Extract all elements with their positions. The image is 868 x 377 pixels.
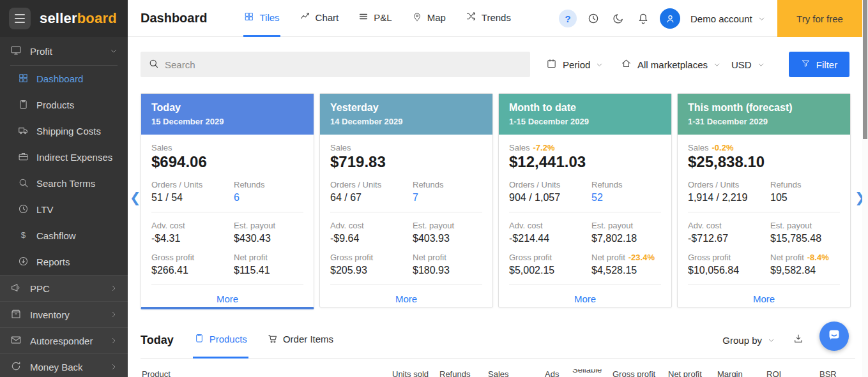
refunds-value[interactable]: 52 <box>591 192 661 203</box>
marketplaces-label: All marketplaces <box>637 59 708 70</box>
sales-label: Sales-7.2% <box>509 143 661 152</box>
card-divider <box>151 285 303 285</box>
sidebar-item-indirect-expenses[interactable]: Indirect Expenses <box>0 144 128 170</box>
col-sales[interactable]: Sales <box>488 369 509 377</box>
col-sellable[interactable]: Sellable <box>572 369 602 374</box>
tab-label: Products <box>209 334 247 344</box>
map-pin-icon <box>412 11 422 24</box>
chevron-down-icon <box>768 335 775 346</box>
tab-trends[interactable]: Trends <box>465 0 512 37</box>
chevron-right-icon <box>110 283 118 294</box>
chevron-right-icon <box>110 309 118 320</box>
adv-cost-value: -$9.64 <box>330 233 413 244</box>
card-divider <box>509 212 661 212</box>
sidebar-item-search-terms[interactable]: Search Terms <box>0 170 128 196</box>
tab-order-items[interactable]: Order Items <box>266 322 335 359</box>
clock-icon <box>18 203 29 216</box>
col-units-sold[interactable]: Units sold <box>392 369 429 377</box>
card-divider <box>688 285 840 285</box>
est-payout-label: Est. payout <box>770 221 840 230</box>
sidebar-item-shipping-costs[interactable]: Shipping Costs <box>0 118 128 144</box>
sidebar-item-label: Indirect Expenses <box>36 152 112 163</box>
clipboard-icon <box>194 333 204 345</box>
chat-bubble-icon <box>826 327 842 345</box>
monitor-icon <box>10 45 22 58</box>
history-clock-icon[interactable] <box>585 10 602 27</box>
carousel-left-chevron[interactable]: ❮ <box>130 190 141 205</box>
more-link[interactable]: More <box>330 293 482 306</box>
col-net-profit[interactable]: Net profit <box>668 369 702 377</box>
sidebar-item-money-back[interactable]: Money Back <box>0 353 128 377</box>
tab-chart[interactable]: Chart <box>299 0 340 37</box>
refunds-label: Refunds <box>770 180 840 189</box>
sidebar-item-cashflow[interactable]: $ Cashflow <box>0 223 128 249</box>
col-ads[interactable]: Ads <box>545 369 559 377</box>
summary-cards: Today 15 December 2029 Sales $694.06 Ord… <box>141 93 851 309</box>
orders-units-value: 51 / 54 <box>151 192 234 203</box>
group-by-dropdown[interactable]: Group by <box>722 335 775 346</box>
col-roi[interactable]: ROI <box>766 369 781 377</box>
account-menu[interactable]: Demo account <box>690 13 765 24</box>
filter-button[interactable]: Filter <box>789 52 849 77</box>
sidebar-item-label: Products <box>36 100 74 110</box>
tab-pnl[interactable]: P&L <box>358 0 392 37</box>
svg-text:$: $ <box>21 230 26 239</box>
sidebar-item-dashboard[interactable]: Dashboard <box>0 66 128 92</box>
chat-widget-button[interactable] <box>819 322 849 351</box>
group-by-label: Group by <box>722 335 762 346</box>
user-avatar-icon[interactable] <box>660 8 680 29</box>
megaphone-icon <box>10 282 22 295</box>
sidebar-item-ppc[interactable]: PPC <box>0 275 128 301</box>
card-this-month-forecast: This month (forecast) 1-31 December 2029… <box>677 93 851 307</box>
col-margin[interactable]: Margin <box>717 369 743 377</box>
gross-profit-label: Gross profit <box>151 253 234 262</box>
tab-tiles[interactable]: Tiles <box>243 0 280 37</box>
refunds-value[interactable]: 7 <box>413 192 482 203</box>
col-bsr[interactable]: BSR <box>819 369 837 377</box>
calendar-icon <box>546 58 557 71</box>
card-body: Sales-7.2% $12,441.03 Orders / Units 904… <box>499 135 671 312</box>
tab-label: Order Items <box>283 334 333 344</box>
refunds-value[interactable]: 6 <box>234 192 303 203</box>
currency-label: USD <box>731 59 752 70</box>
dark-mode-moon-icon[interactable] <box>610 10 627 27</box>
col-refunds[interactable]: Refunds <box>439 369 470 377</box>
search-input[interactable] <box>165 59 522 70</box>
hamburger-menu-button[interactable] <box>9 8 31 29</box>
more-link[interactable]: More <box>509 293 661 306</box>
sidebar-item-profit[interactable]: Profit <box>0 37 128 65</box>
page-scrollbar[interactable] <box>862 0 868 377</box>
tab-map[interactable]: Map <box>411 0 446 37</box>
col-gross-profit[interactable]: Gross profit <box>613 369 655 377</box>
adv-cost-value: -$214.44 <box>509 233 591 244</box>
refunds-label: Refunds <box>234 180 303 189</box>
orders-units-value: 1,914 / 2,219 <box>688 192 770 203</box>
download-icon[interactable] <box>793 333 804 347</box>
sidebar-item-autoresponder[interactable]: Autoresponder <box>0 327 128 353</box>
filter-label: Filter <box>816 59 837 70</box>
tab-products[interactable]: Products <box>193 322 248 359</box>
sidebar-item-inventory[interactable]: Inventory <box>0 301 128 327</box>
sidebar-item-reports[interactable]: Reports <box>0 249 128 275</box>
period-dropdown[interactable]: Period <box>546 52 603 77</box>
more-link[interactable]: More <box>151 293 303 306</box>
line-chart-icon <box>300 11 310 24</box>
top-actions: ? Demo account <box>559 0 765 37</box>
est-payout-value: $403.93 <box>413 233 482 244</box>
chevron-down-icon <box>758 13 765 24</box>
more-link[interactable]: More <box>688 293 840 306</box>
scrollbar-thumb[interactable] <box>863 0 867 139</box>
sidebar-item-ltv[interactable]: LTV <box>0 196 128 223</box>
tab-label: Trends <box>482 12 511 23</box>
marketplaces-dropdown[interactable]: All marketplaces <box>621 52 720 77</box>
notifications-bell-icon[interactable] <box>635 10 651 27</box>
try-for-free-button[interactable]: Try for free <box>777 0 862 37</box>
col-product[interactable]: Product <box>142 369 171 377</box>
sidebar-item-label: LTV <box>36 204 53 215</box>
help-icon[interactable]: ? <box>559 10 577 27</box>
net-profit-value: $115.41 <box>234 265 303 276</box>
sidebar-item-products[interactable]: Products <box>0 92 128 118</box>
currency-dropdown[interactable]: USD <box>731 52 765 77</box>
dashboard-grid-icon <box>18 73 29 85</box>
card-header: Month to date 1-15 December 2029 <box>499 94 671 135</box>
